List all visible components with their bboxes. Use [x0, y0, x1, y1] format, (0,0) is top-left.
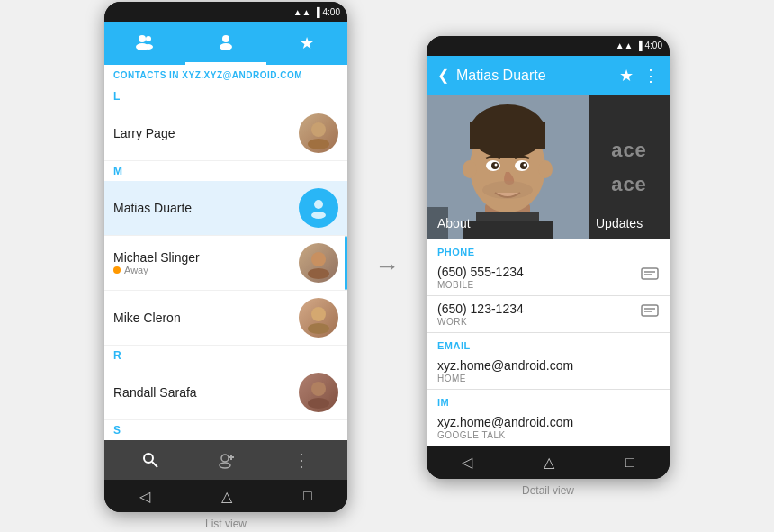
updates-label: Updates [596, 216, 643, 230]
im-info: xyz.home@android.com GOOGLE TALK [437, 415, 659, 440]
section-label-s: S [104, 420, 347, 440]
contact-photo: About [427, 95, 589, 239]
detail-view-label: Detail view [427, 484, 670, 497]
svg-point-36 [524, 163, 526, 166]
list-screen: ★ CONTACTS IN XYZ.XYZ@ANDROID.COM L Larr… [104, 22, 347, 440]
detail-status-bar: ▲▲ ▐ 4:00 [427, 36, 670, 56]
work-sms-icon[interactable] [641, 304, 659, 323]
detail-view-phone: ▲▲ ▐ 4:00 ❮ Matias Duarte ★ ⋮ [427, 36, 670, 479]
more-nav-button[interactable]: ⋮ [292, 449, 310, 471]
detail-view-container: ▲▲ ▐ 4:00 ❮ Matias Duarte ★ ⋮ [427, 36, 670, 497]
tab-bar: ★ [104, 22, 347, 65]
more-dots-icon: ⋮ [292, 449, 310, 471]
svg-point-0 [139, 35, 146, 42]
detail-back-button[interactable]: ◁ [462, 454, 472, 471]
svg-rect-38 [642, 268, 658, 279]
home-button[interactable]: △ [221, 488, 232, 505]
svg-point-13 [308, 323, 329, 334]
ace-text-top: ace [611, 139, 647, 162]
favorites-icon: ★ [300, 33, 314, 53]
avatar-mike [299, 298, 338, 338]
tab-contacts[interactable] [185, 22, 266, 65]
time-display: 4:00 [323, 7, 340, 17]
list-status-icons: ▲▲ ▐ 4:00 [293, 7, 340, 17]
arrow-icon: → [374, 252, 400, 281]
main-container: ▲▲ ▐ 4:00 [104, 2, 670, 530]
svg-point-35 [495, 163, 498, 166]
mobile-info: (650) 555-1234 MOBILE [437, 265, 641, 290]
recent-button[interactable]: □ [303, 488, 312, 504]
detail-contact-name: Matias Duarte [456, 68, 612, 84]
svg-point-18 [221, 455, 229, 462]
im-address: xyz.home@android.com [437, 415, 659, 429]
detail-header: ❮ Matias Duarte ★ ⋮ [427, 56, 670, 95]
contact-row-matias[interactable]: Matias Duarte [104, 181, 347, 236]
svg-point-10 [311, 252, 326, 266]
svg-rect-25 [463, 221, 553, 239]
about-label: About [437, 216, 471, 230]
signal-icon: ▲▲ [293, 7, 311, 17]
detail-recent-button[interactable]: □ [626, 455, 634, 471]
contact-name-matias: Matias Duarte [113, 201, 299, 215]
svg-point-16 [144, 454, 153, 463]
svg-point-19 [220, 463, 230, 468]
sms-icon[interactable] [641, 267, 659, 286]
email-section-label: EMAIL [427, 333, 670, 353]
svg-point-3 [144, 44, 153, 50]
add-contact-nav-button[interactable] [216, 451, 236, 469]
im-row[interactable]: xyz.home@android.com GOOGLE TALK [427, 410, 670, 446]
contact-name-larry: Larry Page [113, 126, 299, 140]
away-label: Away [124, 265, 148, 275]
section-label-m: M [104, 161, 347, 181]
svg-rect-28 [470, 122, 545, 149]
search-nav-button[interactable] [141, 451, 159, 469]
svg-point-30 [538, 160, 553, 178]
svg-rect-41 [642, 305, 658, 316]
contact-row-mike[interactable]: Mike Cleron [104, 291, 347, 346]
tab-groups[interactable] [104, 22, 185, 65]
phone-mobile-row[interactable]: (650) 555-1234 MOBILE [427, 259, 670, 296]
ace-text-bottom: ace [611, 173, 647, 196]
svg-point-15 [308, 398, 329, 409]
svg-point-7 [308, 139, 329, 149]
groups-icon [135, 33, 155, 54]
tab-favorites[interactable]: ★ [266, 22, 347, 65]
about-tab[interactable]: About [427, 207, 448, 239]
detail-time: 4:00 [645, 41, 662, 50]
detail-system-nav: ◁ △ □ [427, 446, 670, 479]
arrow-indicator: → [374, 252, 400, 281]
svg-point-1 [146, 36, 151, 41]
phone-section-label: PHONE [427, 239, 670, 259]
away-indicator [113, 266, 121, 274]
svg-point-9 [311, 212, 326, 219]
im-section-label: IM [427, 390, 670, 410]
avatar-matias-selected [299, 188, 338, 228]
email-home-row[interactable]: xyz.home@android.com HOME [427, 353, 670, 390]
svg-point-6 [311, 122, 326, 137]
svg-point-5 [220, 43, 232, 50]
battery-icon: ▐ [313, 7, 320, 17]
detail-more-button[interactable]: ⋮ [643, 66, 659, 86]
detail-action-buttons: ★ ⋮ [619, 66, 659, 86]
svg-point-37 [482, 181, 533, 199]
contact-name-mike: Mike Cleron [113, 311, 299, 325]
detail-star-button[interactable]: ★ [619, 66, 634, 86]
list-system-nav: ◁ △ □ [104, 480, 347, 512]
work-number: (650) 123-1234 [437, 302, 641, 316]
detail-back-icon[interactable]: ❮ [437, 67, 449, 84]
section-label-l: L [104, 86, 347, 106]
contact-row-michael[interactable]: Michael Slinger Away [104, 236, 347, 291]
avatar-larry [299, 113, 338, 153]
contact-row-randall[interactable]: Randall Sarafa [104, 365, 347, 420]
im-type: GOOGLE TALK [437, 430, 659, 440]
mobile-number: (650) 555-1234 [437, 265, 641, 279]
phone-work-row[interactable]: (650) 123-1234 WORK [427, 296, 670, 333]
mobile-type: MOBILE [437, 280, 641, 290]
updates-tab[interactable]: Updates [589, 207, 670, 239]
michael-info: Michael Slinger Away [113, 250, 299, 275]
back-button[interactable]: ◁ [140, 488, 150, 505]
contact-row-larry[interactable]: Larry Page [104, 106, 347, 161]
svg-point-29 [463, 160, 477, 178]
detail-home-button[interactable]: △ [544, 454, 554, 471]
detail-battery-icon: ▐ [635, 41, 642, 50]
